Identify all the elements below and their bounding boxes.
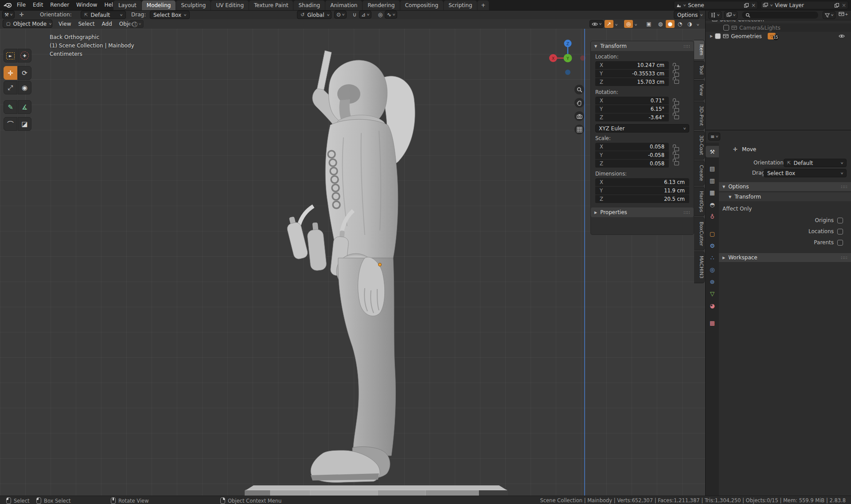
lock-location-z-icon[interactable] xyxy=(674,80,679,84)
workspace-panel-header[interactable]: ▶ Workspace ∷∷ xyxy=(719,253,851,262)
sidebar-tab-view[interactable]: View xyxy=(694,80,705,100)
pivot-point-dropdown[interactable]: ⊙∨ xyxy=(334,11,347,19)
sidebar-tab-machin3[interactable]: MACHIN3 xyxy=(694,251,705,283)
menu-render[interactable]: Render xyxy=(47,0,73,10)
parents-checkbox[interactable] xyxy=(837,240,843,246)
shading-material-button[interactable]: ◔ xyxy=(675,20,684,28)
snap-settings-dropdown[interactable]: ⊿∨ xyxy=(359,11,371,19)
view-layer-name[interactable]: View Layer xyxy=(775,2,832,8)
unlink-scene-icon[interactable]: × xyxy=(751,2,756,8)
gizmo-settings-caret[interactable]: ∨ xyxy=(615,23,618,27)
properties-editor-type-dropdown[interactable]: ≡∨ xyxy=(708,133,720,141)
sidebar-tab-3d-coat[interactable]: 3D-Coat xyxy=(694,131,705,160)
properties-tab-texture[interactable]: ▩ xyxy=(706,317,719,328)
add-workspace-button[interactable]: + xyxy=(477,0,489,10)
properties-tab-render[interactable]: ▤ xyxy=(706,163,719,174)
scene-name[interactable]: Scene xyxy=(688,2,742,8)
workspace-tab-animation[interactable]: Animation xyxy=(325,0,362,10)
show-gizmo-toggle[interactable]: ↗ xyxy=(605,20,613,28)
scale-y-field[interactable]: Y-0.058 xyxy=(595,151,669,159)
sidebar-tab-3d-print[interactable]: 3D-Print xyxy=(694,102,705,130)
workspace-tab-uv-editing[interactable]: UV Editing xyxy=(211,0,249,10)
tool-orientation-dropdown[interactable]: ⇱ Default ∨ xyxy=(784,159,847,167)
menu-select[interactable]: Select xyxy=(74,19,98,29)
mode-dropdown[interactable]: ▢ Object Mode ∨ xyxy=(3,20,52,28)
xray-toggle[interactable]: ▣ xyxy=(644,20,653,28)
transform-subpanel-header[interactable]: ▼ Transform xyxy=(719,192,851,201)
workspace-tab-sculpting[interactable]: Sculpting xyxy=(176,0,211,10)
outliner-row-geometries[interactable]: ▶ Geometries ▽ 15 xyxy=(706,32,851,40)
options-panel-header[interactable]: ▼ Options ∷∷ xyxy=(719,182,851,191)
rotation-x-field[interactable]: X0.71° xyxy=(595,97,669,105)
outliner-row-camera-lights[interactable]: Camera&Lights xyxy=(706,23,851,32)
workspace-tab-modeling[interactable]: Modeling xyxy=(142,0,176,10)
menu-window[interactable]: Window xyxy=(73,0,101,10)
workspace-tab-texture-paint[interactable]: Texture Paint xyxy=(249,0,293,10)
panel-drag-dots[interactable]: ∷∷ xyxy=(683,44,690,49)
options-dropdown[interactable]: Options∨ xyxy=(674,11,699,19)
transform-tool[interactable]: ◉ xyxy=(18,81,31,94)
lock-rotation-y-icon[interactable] xyxy=(674,108,679,112)
scale-z-field[interactable]: Z0.058 xyxy=(595,160,669,168)
properties-tab-object-data[interactable]: ▽ xyxy=(706,288,719,299)
workspace-tab-compositing[interactable]: Compositing xyxy=(400,0,443,10)
scale-tool[interactable]: ⤢ xyxy=(4,81,17,94)
expand-arrow-icon[interactable]: ▶ xyxy=(710,34,713,38)
properties-tab-output[interactable]: ▥ xyxy=(706,175,719,186)
workspace-tab-shading[interactable]: Shading xyxy=(293,0,325,10)
lock-location-y-icon[interactable] xyxy=(674,73,679,77)
viewport-canvas[interactable]: Back Orthographic (1) Scene Collection |… xyxy=(0,29,705,496)
new-view-layer-icon[interactable] xyxy=(834,3,839,8)
workspace-tab-rendering[interactable]: Rendering xyxy=(363,0,399,10)
scene-icon[interactable] xyxy=(676,3,681,8)
outliner-search-input[interactable] xyxy=(742,12,818,19)
pan-control[interactable] xyxy=(574,98,584,108)
location-x-field[interactable]: X10.247 cm xyxy=(595,61,669,69)
sidebar-tab-boxcutter[interactable]: BoxCutter xyxy=(694,217,705,250)
outliner-filter-dropdown[interactable]: ∨ xyxy=(823,11,835,19)
panel-drag-dots[interactable]: ∷∷ xyxy=(683,210,690,215)
dimensions-z-field[interactable]: Z20.5 cm xyxy=(595,195,689,203)
new-collection-button[interactable]: + xyxy=(839,12,848,16)
view-layer-icon[interactable] xyxy=(763,3,768,8)
boxcutter-tool[interactable]: ◪ xyxy=(18,117,31,131)
remove-view-layer-icon[interactable]: × xyxy=(842,2,846,8)
select-box-tool[interactable]: ► xyxy=(4,49,17,63)
object-type-visibility-dropdown[interactable]: ∨ xyxy=(589,20,604,28)
dimensions-y-field[interactable]: Y11.9 cm xyxy=(595,187,689,195)
rotation-y-field[interactable]: Y6.15° xyxy=(595,105,669,113)
measure-tool[interactable]: ∡ xyxy=(18,100,31,114)
navigation-gizmo[interactable]: Z X Y xyxy=(547,37,588,79)
rotation-z-field[interactable]: Z-3.64° xyxy=(595,113,669,121)
tool-drag-dropdown[interactable]: Select Box ∨ xyxy=(764,169,847,177)
new-scene-icon[interactable] xyxy=(744,3,749,8)
lock-scale-z-icon[interactable] xyxy=(674,161,679,165)
properties-tab-tool[interactable]: ⚒ xyxy=(706,146,719,157)
shading-rendered-button[interactable]: ◑ xyxy=(685,20,694,28)
dimensions-x-field[interactable]: X6.13 cm xyxy=(595,178,689,186)
lock-location-x-icon[interactable] xyxy=(674,66,679,70)
location-y-field[interactable]: Y-0.35533 cm xyxy=(595,70,669,78)
orthographic-toggle-control[interactable] xyxy=(574,125,584,134)
camera-view-control[interactable] xyxy=(574,111,584,121)
properties-tab-particles[interactable]: ∴ xyxy=(706,252,719,263)
annotate-tool[interactable]: ✎ xyxy=(4,100,17,114)
active-tool-dropdown[interactable]: ⚒∨ xyxy=(2,11,15,19)
outliner-display-mode-dropdown[interactable]: ∨ xyxy=(708,11,722,19)
hide-eye-icon[interactable] xyxy=(839,34,845,38)
transform-panel-header[interactable]: ▼ Transform ∷∷ xyxy=(591,41,694,51)
zoom-control[interactable] xyxy=(574,85,584,94)
statue-model[interactable] xyxy=(286,49,437,490)
properties-tab-constraints[interactable]: ⊚ xyxy=(706,276,719,287)
menu-add[interactable]: Add xyxy=(98,19,116,29)
rotate-tool[interactable]: ⟳ xyxy=(18,66,31,80)
origins-checkbox[interactable] xyxy=(837,218,843,223)
properties-tab-modifiers[interactable]: ⚙ xyxy=(706,240,719,251)
lock-rotation-x-icon[interactable] xyxy=(674,101,679,105)
proportional-editing-objects-dropdown[interactable]: ◯∨ xyxy=(129,20,144,28)
properties-tab-scene[interactable]: ◓ xyxy=(706,199,719,210)
sidebar-tab-hardops[interactable]: HardOps xyxy=(694,187,705,217)
hardops-tool[interactable]: ⌒ xyxy=(4,117,17,131)
proportional-edit-toggle[interactable]: ◎ xyxy=(376,11,385,19)
properties-tab-material[interactable]: ◕ xyxy=(706,300,719,311)
